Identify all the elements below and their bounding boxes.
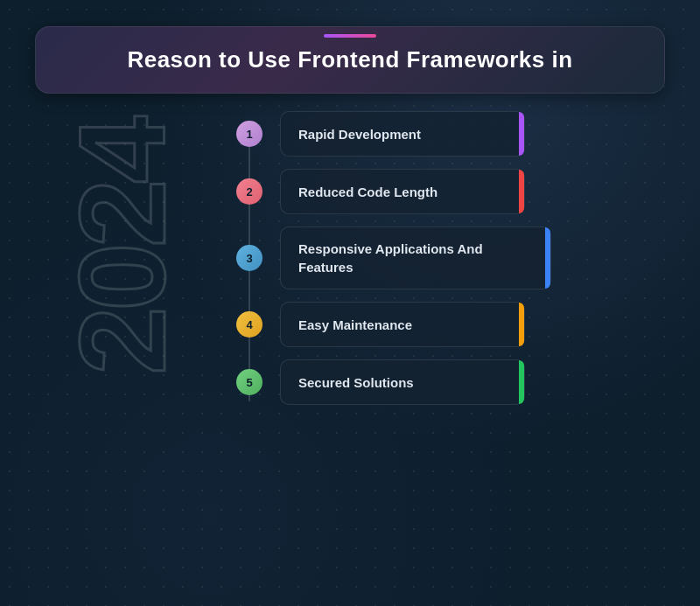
card-accent-4 [519, 303, 524, 346]
timeline-item: 1 Rapid Development [236, 111, 551, 157]
timeline-item: 3 Responsive Applications And Features [236, 226, 551, 289]
timeline-item: 5 Secured Solutions [236, 359, 551, 405]
timeline-circle-3: 3 [236, 245, 262, 271]
timeline-card-2: Reduced Code Length [280, 169, 525, 214]
timeline-item: 2 Reduced Code Length [236, 169, 551, 214]
card-label-3: Responsive Applications And Features [298, 240, 533, 276]
timeline-circle-1: 1 [236, 121, 262, 147]
timeline-circle-2: 2 [236, 178, 262, 205]
timeline-section: 1 Rapid Development 2 Reduced Code Lengt… [236, 111, 551, 417]
timeline-item: 4 Easy Maintenance [236, 302, 551, 347]
timeline-card-5: Secured Solutions [280, 359, 525, 405]
card-label-5: Secured Solutions [298, 373, 423, 392]
card-label-1: Rapid Development [298, 125, 430, 143]
year-display: 2024 [61, 120, 184, 374]
card-accent-2 [519, 170, 524, 213]
timeline-card-1: Rapid Development [280, 111, 525, 157]
title-banner: Reason to Use Frontend Frameworks in [35, 26, 665, 94]
page-container: Reason to Use Frontend Frameworks in 202… [0, 0, 700, 606]
timeline-circle-5: 5 [236, 369, 262, 395]
card-accent-3 [545, 227, 550, 289]
timeline-card-3: Responsive Applications And Features [280, 226, 551, 289]
card-label-4: Easy Maintenance [298, 316, 421, 334]
timeline-card-4: Easy Maintenance [280, 302, 525, 347]
card-label-2: Reduced Code Length [298, 183, 446, 201]
page-title: Reason to Use Frontend Frameworks in [71, 46, 629, 73]
card-accent-1 [519, 112, 524, 156]
timeline-circle-4: 4 [236, 311, 262, 338]
main-content: 2024 1 Rapid Development 2 Reduced Code … [35, 111, 665, 417]
card-accent-5 [519, 360, 524, 404]
